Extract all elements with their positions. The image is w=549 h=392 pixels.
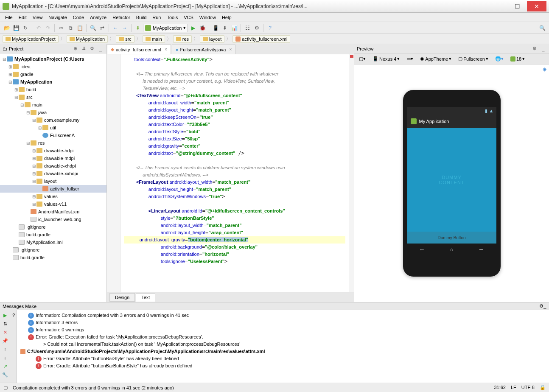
tree-row[interactable]: activity_fullscr [0,185,106,193]
tree-row[interactable]: ⊟res [0,139,106,147]
avd-icon[interactable]: 📱 [211,24,220,32]
up-icon[interactable]: ↑ [2,346,8,353]
menu-run[interactable]: Run [150,14,163,21]
tree-row[interactable]: ⊟src [0,93,106,101]
refresh-icon[interactable]: ✷ [542,66,547,73]
tree-row[interactable]: ⊞gradle [0,70,106,78]
redo-icon[interactable]: ↷ [44,24,52,32]
message-row[interactable]: !Error: Gradle: Execution failed for tas… [20,333,546,341]
replace-icon[interactable]: ⇄ [98,24,106,32]
theme-selector[interactable]: ◉AppTheme▾ [418,55,454,63]
tree-row[interactable]: .gitignore [0,223,106,231]
editor-tab[interactable]: ◆ activity_fullscreen.xml × [107,45,171,54]
undo-icon[interactable]: ↶ [34,24,43,32]
close-icon[interactable]: × [165,47,167,52]
scroll-from-source-icon[interactable]: ⊕ [72,45,78,52]
lock-icon[interactable]: 🔓 [540,385,546,390]
open-icon[interactable]: 📂 [3,24,11,32]
settings-icon[interactable]: ⚙ [252,24,261,32]
orientation-icon[interactable]: ▢▾ [357,55,368,63]
editor-tab[interactable]: ● FullscreenActivity.java × [172,45,236,54]
error-marker[interactable] [350,55,353,58]
code-editor[interactable]: tools:context=".FullscreenActivity"> <!-… [120,54,349,292]
menu-view[interactable]: View [30,14,45,21]
line-separator[interactable]: LF [511,385,516,390]
locale-icon[interactable]: 🌐▾ [493,55,506,63]
menu-help[interactable]: Help [219,14,234,21]
tree-row[interactable]: ⊟MyApplicationProject (C:\Users [0,55,106,63]
messages-tree[interactable]: iInformation: Compilation completed with… [17,310,549,383]
collapse-icon[interactable]: ⇊ [80,45,87,52]
tree-row[interactable]: ⊞util [0,124,106,132]
tree-row[interactable]: AndroidManifest.xml [0,208,106,216]
toggle-icon[interactable]: ⇅ [2,320,8,327]
cut-icon[interactable]: ✂ [57,24,65,32]
tree-row[interactable]: ⊞values [0,193,106,200]
layout-icon[interactable]: ▭▾ [404,55,415,63]
help-icon[interactable]: ? [266,24,274,32]
paste-icon[interactable]: 📋 [76,24,84,32]
message-row[interactable]: > Could not call IncrementalTask.taskAct… [20,341,546,348]
hide-icon[interactable]: ⎯ [97,45,104,52]
encoding[interactable]: UTF-8 [521,385,535,390]
tree-row[interactable]: ⊞drawable-xhdpi [0,162,106,170]
save-icon[interactable]: 💾 [12,24,20,32]
breadcrumb-item[interactable]: src [116,35,134,43]
tree-row[interactable]: ⊟MyApplication [0,78,106,86]
tree-row[interactable]: ⊟main [0,101,106,109]
make-icon[interactable]: ⬇ [134,24,142,32]
tree-row[interactable]: build.gradle [0,254,106,261]
structure-icon[interactable]: ☷ [243,24,252,32]
tree-row[interactable]: ⊟layout [0,177,106,185]
monitor-icon[interactable]: 📊 [230,24,238,32]
close-icon[interactable]: × [229,47,232,52]
tree-row[interactable]: FullscreenA [0,132,106,139]
message-row[interactable]: iInformation: 0 warnings [20,326,546,333]
breadcrumb-item[interactable]: main [143,35,165,43]
run-config-selector[interactable]: MyApplication ▾ [143,24,188,32]
message-row[interactable]: !Error: Gradle: Attribute "buttonBarStyl… [20,355,546,362]
editor-error-stripe[interactable] [349,54,354,292]
menu-code[interactable]: Code [70,14,87,21]
tree-row[interactable]: ⊟com.example.my [0,116,106,124]
wrench-icon[interactable]: 🔧 [2,371,8,378]
find-icon[interactable]: 🔍 [89,24,97,32]
tree-row[interactable]: .gitignore [0,246,106,254]
tree-row[interactable]: ic_launcher-web.png [0,216,106,223]
cursor-position[interactable]: 31:62 [494,385,506,390]
export-icon[interactable]: ↗ [2,363,8,370]
maximize-button[interactable]: ☐ [507,1,527,11]
rerun-icon[interactable]: ▶ [2,312,8,319]
tab-text[interactable]: Text [136,293,155,302]
sync-icon[interactable]: ↻ [21,24,30,32]
debug-icon[interactable]: 🐞 [198,24,207,32]
breadcrumb-item[interactable]: res [173,35,192,43]
tree-row[interactable]: MyApplication.iml [0,238,106,246]
tree-row[interactable]: build.gradle [0,231,106,238]
menu-window[interactable]: Window [197,14,218,21]
menu-vcs[interactable]: VCS [181,14,196,21]
forward-icon[interactable]: → [120,24,129,32]
breadcrumb-item[interactable]: MyApplication [67,35,108,43]
config-selector[interactable]: ▢Fullscreen▾ [456,55,490,63]
message-row[interactable]: iInformation: Compilation completed with… [20,312,546,319]
message-row[interactable]: C:\Users\myumla\AndroidStudioProjects\My… [20,348,546,355]
menu-analyze[interactable]: Analyze [87,14,109,21]
back-icon[interactable]: ← [111,24,120,32]
help-icon[interactable]: ? [10,312,17,319]
menu-file[interactable]: File [3,14,15,21]
breadcrumb-item[interactable]: activity_fullscreen.xml [232,35,290,43]
tree-row[interactable]: ⊞drawable-mdpi [0,154,106,162]
tree-row[interactable]: ⊟java [0,109,106,116]
gear-icon[interactable]: ⚙ [531,45,538,52]
gear-icon[interactable]: ⚙ [89,45,95,52]
editor-gutter[interactable] [107,54,120,292]
menu-refactor[interactable]: Refactor [110,14,133,21]
hide-icon[interactable]: ⎯ [543,304,546,309]
device-selector[interactable]: 📱Nexus 4▾ [370,55,402,63]
tab-design[interactable]: Design [109,293,135,302]
menu-edit[interactable]: Edit [16,14,29,21]
tree-row[interactable]: ⊞drawable-hdpi [0,147,106,154]
sdk-icon[interactable]: ⬇ [221,24,229,32]
message-row[interactable]: iInformation: 3 errors [20,319,546,326]
